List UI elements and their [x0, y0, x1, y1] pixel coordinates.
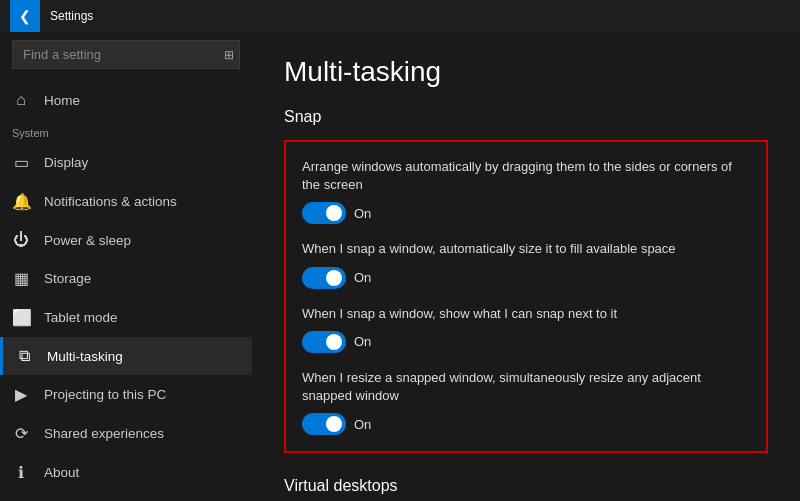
display-icon: ▭: [12, 153, 30, 172]
sidebar-home-label: Home: [44, 93, 80, 108]
about-icon: ℹ: [12, 463, 30, 482]
multitasking-icon: ⧉: [15, 347, 33, 365]
sidebar-item-storage[interactable]: ▦ Storage: [0, 259, 252, 298]
toggle-row-3: When I snap a window, show what I can sn…: [302, 305, 750, 353]
storage-icon: ▦: [12, 269, 30, 288]
toggle-knob-3: [326, 334, 342, 350]
titlebar: ❮ Settings: [0, 0, 800, 32]
toggle-control-3: On: [302, 331, 750, 353]
sidebar-section-label: System: [0, 119, 252, 143]
sidebar-label-power: Power & sleep: [44, 233, 131, 248]
snap-settings-box: Arrange windows automatically by draggin…: [284, 140, 768, 453]
toggle-row-4: When I resize a snapped window, simultan…: [302, 369, 750, 435]
toggle-label-3: On: [354, 334, 371, 349]
toggle-desc-3: When I snap a window, show what I can sn…: [302, 305, 750, 323]
toggle-desc-4: When I resize a snapped window, simultan…: [302, 369, 750, 405]
toggle-2[interactable]: [302, 267, 346, 289]
toggle-3[interactable]: [302, 331, 346, 353]
toggle-control-4: On: [302, 413, 750, 435]
back-button[interactable]: ❮: [10, 0, 40, 32]
sidebar: ⊞ ⌂ Home System ▭ Display 🔔 Notification…: [0, 32, 252, 501]
toggle-knob-4: [326, 416, 342, 432]
sidebar-item-multitasking[interactable]: ⧉ Multi-tasking: [0, 337, 252, 375]
projecting-icon: ▶: [12, 385, 30, 404]
shared-icon: ⟳: [12, 424, 30, 443]
sidebar-label-notifications: Notifications & actions: [44, 194, 177, 209]
sidebar-label-about: About: [44, 465, 79, 480]
sidebar-item-power[interactable]: ⏻ Power & sleep: [0, 221, 252, 259]
toggle-4[interactable]: [302, 413, 346, 435]
toggle-label-1: On: [354, 206, 371, 221]
notifications-icon: 🔔: [12, 192, 30, 211]
main-layout: ⊞ ⌂ Home System ▭ Display 🔔 Notification…: [0, 32, 800, 501]
sidebar-item-shared[interactable]: ⟳ Shared experiences: [0, 414, 252, 453]
back-icon: ❮: [19, 8, 31, 24]
content-area: Multi-tasking Snap Arrange windows autom…: [252, 32, 800, 501]
power-icon: ⏻: [12, 231, 30, 249]
sidebar-label-tablet: Tablet mode: [44, 310, 118, 325]
page-title: Multi-tasking: [284, 56, 768, 88]
home-icon: ⌂: [12, 91, 30, 109]
snap-section-title: Snap: [284, 108, 768, 126]
titlebar-title: Settings: [50, 9, 93, 23]
search-box: ⊞: [12, 40, 240, 69]
toggle-desc-2: When I snap a window, automatically size…: [302, 240, 750, 258]
toggle-knob-2: [326, 270, 342, 286]
sidebar-label-shared: Shared experiences: [44, 426, 164, 441]
sidebar-label-multitasking: Multi-tasking: [47, 349, 123, 364]
virtual-section-title: Virtual desktops: [284, 477, 768, 495]
sidebar-item-tablet[interactable]: ⬜ Tablet mode: [0, 298, 252, 337]
tablet-icon: ⬜: [12, 308, 30, 327]
sidebar-label-storage: Storage: [44, 271, 91, 286]
sidebar-label-projecting: Projecting to this PC: [44, 387, 166, 402]
sidebar-item-notifications[interactable]: 🔔 Notifications & actions: [0, 182, 252, 221]
search-input[interactable]: [12, 40, 240, 69]
toggle-control-1: On: [302, 202, 750, 224]
sidebar-item-display[interactable]: ▭ Display: [0, 143, 252, 182]
toggle-row-2: When I snap a window, automatically size…: [302, 240, 750, 288]
sidebar-label-display: Display: [44, 155, 88, 170]
sidebar-item-home[interactable]: ⌂ Home: [0, 81, 252, 119]
toggle-control-2: On: [302, 267, 750, 289]
toggle-label-4: On: [354, 417, 371, 432]
search-icon: ⊞: [224, 48, 234, 62]
toggle-1[interactable]: [302, 202, 346, 224]
toggle-desc-1: Arrange windows automatically by draggin…: [302, 158, 750, 194]
toggle-row-1: Arrange windows automatically by draggin…: [302, 158, 750, 224]
toggle-knob-1: [326, 205, 342, 221]
sidebar-item-about[interactable]: ℹ About: [0, 453, 252, 492]
toggle-label-2: On: [354, 270, 371, 285]
virtual-desktops-section: Virtual desktops On the taskbar, show wi…: [284, 477, 768, 501]
sidebar-item-projecting[interactable]: ▶ Projecting to this PC: [0, 375, 252, 414]
